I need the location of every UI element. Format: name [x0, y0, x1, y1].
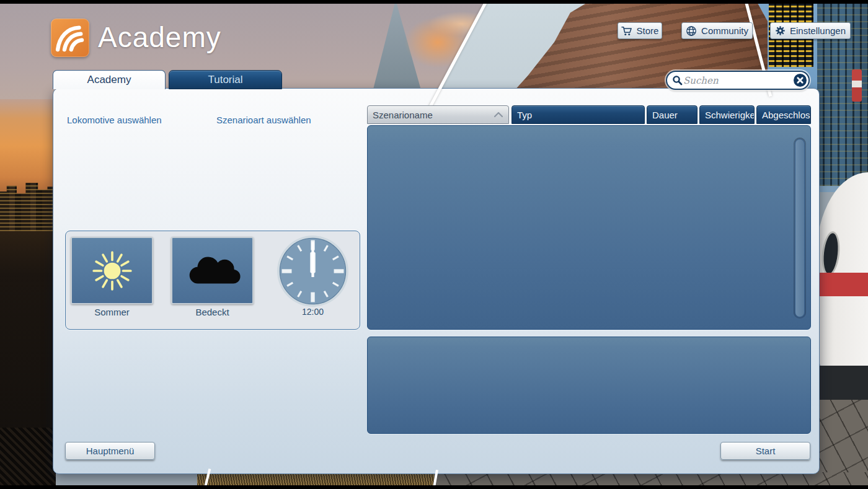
scrollbar-thumb[interactable] — [795, 139, 805, 317]
locomotive-select-label: Lokomotive auswählen — [67, 115, 162, 125]
search-clear-button[interactable] — [792, 73, 808, 88]
cloud-icon — [184, 252, 241, 290]
clock-icon — [277, 235, 349, 307]
background-bottom-black-bar — [0, 485, 868, 489]
background-signal — [852, 69, 862, 102]
scenario-list[interactable] — [367, 125, 811, 330]
search-input[interactable] — [683, 75, 792, 86]
settings-button[interactable]: Einstellungen — [770, 22, 851, 39]
store-button-label: Store — [637, 25, 659, 36]
sort-chevron-up-icon — [494, 112, 503, 118]
background-train-window — [820, 231, 841, 277]
scenario-list-scrollbar[interactable] — [794, 138, 806, 319]
search-icon — [672, 75, 683, 86]
background-train-undercarriage — [816, 366, 868, 404]
search-box — [666, 71, 810, 90]
page-title: Academy — [98, 20, 221, 54]
column-header-szenarioname[interactable]: Szenarioname — [367, 105, 509, 124]
season-tile[interactable] — [71, 237, 153, 304]
cart-icon — [621, 26, 632, 36]
column-header-schwierigkeit[interactable]: Schwierigke — [699, 105, 755, 124]
weather-settings-box: Sommer Bedeckt — [65, 231, 360, 330]
store-button[interactable]: Store — [618, 22, 662, 39]
background-track-ballast — [0, 428, 56, 489]
background-train-red-stripe — [816, 273, 868, 296]
globe-icon — [686, 25, 697, 37]
season-label: Sommer — [71, 307, 153, 317]
academy-logo-icon — [51, 19, 89, 57]
sun-icon — [90, 249, 135, 293]
tab-academy[interactable]: Academy — [53, 70, 166, 89]
close-icon — [797, 77, 804, 84]
time-label: 12:00 — [277, 307, 349, 317]
column-header-szenarioname-label: Szenarioname — [373, 110, 433, 120]
background-city-silhouette — [0, 183, 56, 231]
scenario-type-select-label: Szenarioart auswählen — [216, 115, 311, 125]
community-button-label: Community — [701, 25, 748, 36]
tab-tutorial[interactable]: Tutorial — [169, 70, 282, 89]
background-train — [816, 172, 868, 377]
logo-stripes-icon — [52, 20, 88, 56]
main-menu-button[interactable]: Hauptmenü — [65, 442, 155, 460]
time-clock[interactable] — [277, 235, 349, 307]
community-button[interactable]: Community — [681, 22, 753, 39]
column-header-abgeschlossen[interactable]: Abgeschlos — [756, 105, 811, 124]
gear-icon — [775, 25, 786, 36]
settings-button-label: Einstellungen — [790, 25, 846, 36]
weather-condition-label: Bedeckt — [171, 307, 254, 317]
scenario-description-panel — [367, 337, 811, 434]
column-header-typ[interactable]: Typ — [512, 105, 645, 124]
start-button[interactable]: Start — [720, 442, 810, 460]
column-header-dauer[interactable]: Dauer — [647, 105, 698, 124]
background-top-black-bar — [0, 0, 868, 4]
weather-condition-tile[interactable] — [171, 237, 254, 304]
stage: Academy Store Community — [0, 0, 868, 489]
